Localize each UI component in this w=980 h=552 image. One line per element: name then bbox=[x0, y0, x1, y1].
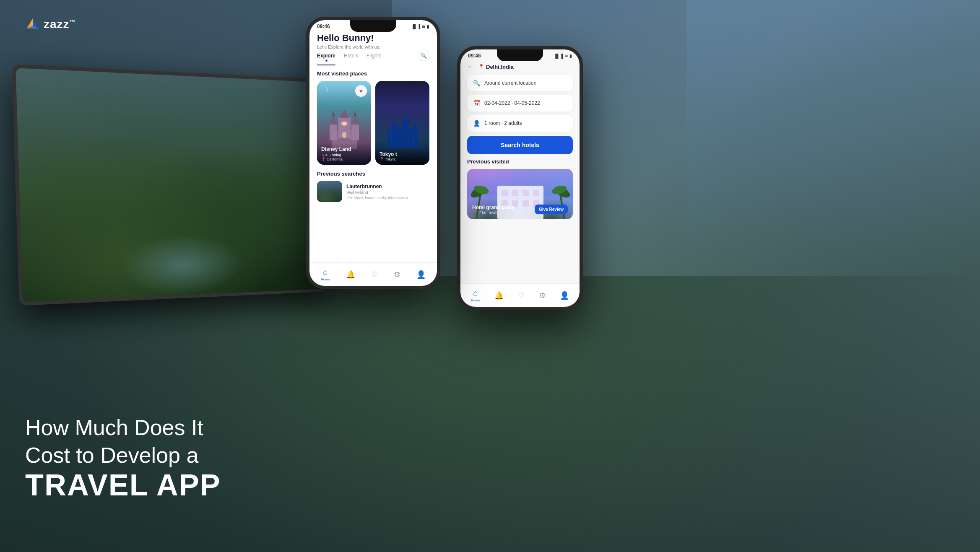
date-option-text: 02-04-2022 · 04-05-2022 bbox=[484, 100, 540, 106]
phone1-bottom-nav: ⌂ Home 🔔 ♡ ⚙ 👤 bbox=[309, 262, 437, 286]
tokyo-card[interactable]: Tokyo t 📍 Tokyo, bbox=[375, 81, 429, 165]
wifi-icon: ≋ bbox=[422, 24, 425, 29]
p2-bell-icon: 🔔 bbox=[494, 291, 504, 300]
svg-marker-7 bbox=[330, 117, 337, 124]
headline-line3: TRAVEL APP bbox=[25, 469, 221, 502]
person-icon: 👤 bbox=[416, 270, 426, 279]
tab-flights[interactable]: Flights bbox=[367, 53, 381, 65]
tab-hotels[interactable]: Hotels bbox=[344, 53, 358, 65]
svg-rect-22 bbox=[512, 190, 518, 196]
search-desc: 25+ hotels found nearby this location bbox=[346, 196, 429, 200]
visited-hotel-info: Hotel grand place 📍 2 km away bbox=[472, 205, 515, 215]
disney-location: 📍 California bbox=[321, 157, 367, 161]
headline-line1: How Much Does It bbox=[25, 415, 221, 441]
p2-nav-profile[interactable]: 👤 bbox=[560, 291, 569, 300]
prev-searches-title: Previous searches bbox=[309, 171, 437, 177]
search-country: Switzerland bbox=[346, 190, 429, 195]
most-visited-title: Most visited places bbox=[309, 70, 437, 77]
disney-name: Disney Land bbox=[321, 146, 367, 152]
svg-rect-6 bbox=[330, 124, 337, 140]
nav-favorites[interactable]: ♡ bbox=[371, 270, 378, 279]
search-option-icon: 🔍 bbox=[473, 80, 480, 86]
svg-marker-10 bbox=[332, 111, 335, 117]
search-thumb bbox=[317, 181, 342, 202]
p2-heart-icon: ♡ bbox=[518, 291, 525, 300]
calendar-icon: 📅 bbox=[473, 100, 480, 106]
background-mountains-right bbox=[686, 0, 980, 251]
p2-person-icon: 👤 bbox=[560, 291, 569, 300]
date-option[interactable]: 📅 02-04-2022 · 04-05-2022 bbox=[467, 95, 573, 111]
location-text: Delhi,India bbox=[486, 64, 514, 70]
svg-rect-21 bbox=[502, 190, 508, 196]
phone1-mockup: 09:46 ▐▌▐ ≋ ▮ Hello Bunny! Let's Explore… bbox=[306, 17, 440, 289]
prev-search-item[interactable]: Lauterbrunnen Switzerland 25+ hotels fou… bbox=[309, 181, 437, 202]
svg-rect-23 bbox=[522, 190, 529, 196]
search-info: Lauterbrunnen Switzerland 25+ hotels fou… bbox=[346, 184, 429, 200]
pin-icon-tokyo: 📍 bbox=[380, 157, 384, 161]
hotel-name: Hotel grand place bbox=[472, 205, 515, 210]
battery-icon-p2: ▮ bbox=[569, 54, 572, 58]
phone1-header: Hello Bunny! Let's Explore the world wit… bbox=[309, 31, 437, 53]
search-name: Lauterbrunnen bbox=[346, 184, 429, 189]
nav-notifications[interactable]: 🔔 bbox=[346, 270, 355, 279]
nav-settings[interactable]: ⚙ bbox=[394, 270, 400, 279]
search-hotels-button[interactable]: Search hotels bbox=[467, 136, 573, 154]
hotel-distance: 📍 2 km away bbox=[472, 210, 515, 215]
tab-explore[interactable]: Explore bbox=[317, 53, 335, 65]
visited-hotel-card[interactable]: Hotel grand place 📍 2 km away Give Revie… bbox=[467, 169, 573, 219]
location-display: 📍 Delhi,India bbox=[478, 64, 514, 70]
room-option[interactable]: 👤 1 room · 2 adults bbox=[467, 115, 573, 132]
svg-rect-13 bbox=[342, 132, 346, 138]
logo-text: zazz™ bbox=[44, 18, 76, 31]
svg-rect-12 bbox=[341, 122, 347, 126]
signal-icon-p2: ▐▌▐ bbox=[554, 54, 563, 58]
tokyo-location: 📍 Tokyo, bbox=[380, 157, 425, 161]
svg-rect-27 bbox=[522, 200, 529, 207]
phone2-time: 09:46 bbox=[468, 53, 481, 59]
room-option-text: 1 room · 2 adults bbox=[484, 120, 522, 126]
gear-icon: ⚙ bbox=[394, 270, 400, 279]
heart-icon: ♡ bbox=[371, 270, 378, 279]
nav-home[interactable]: ⌂ Home bbox=[321, 268, 330, 281]
pin-icon: 📍 bbox=[321, 157, 326, 161]
disney-rating: ☆ 4.5 rating bbox=[321, 153, 367, 157]
svg-rect-24 bbox=[533, 190, 539, 196]
favorite-icon[interactable]: ♥ bbox=[355, 85, 367, 97]
tokyo-name: Tokyo t bbox=[380, 151, 425, 157]
wifi-icon-p2: ≋ bbox=[564, 54, 568, 58]
back-button[interactable]: ← bbox=[467, 63, 474, 70]
p2-nav-home[interactable]: ⌂ Home bbox=[471, 289, 480, 302]
p2-gear-icon: ⚙ bbox=[539, 291, 546, 300]
search-icon-button[interactable]: 🔍 bbox=[418, 49, 429, 61]
phone1-notch bbox=[350, 20, 396, 32]
svg-marker-5 bbox=[339, 110, 349, 118]
location-option[interactable]: 🔍 Around current location bbox=[467, 75, 573, 91]
p2-nav-settings[interactable]: ⚙ bbox=[539, 291, 546, 300]
p2-nav-favorites[interactable]: ♡ bbox=[518, 291, 525, 300]
location-pin-icon: 📍 bbox=[478, 64, 484, 70]
disney-land-card[interactable]: ☽ ♥ bbox=[317, 81, 371, 165]
moon-icon: ☽ bbox=[323, 86, 329, 94]
star-icon: ☆ bbox=[321, 153, 325, 157]
phone2-notch bbox=[497, 49, 543, 61]
tokyo-buildings bbox=[387, 119, 418, 148]
signal-icon: ▐▌▐ bbox=[411, 24, 420, 29]
p2-nav-notifications[interactable]: 🔔 bbox=[494, 291, 504, 300]
svg-rect-8 bbox=[351, 124, 359, 140]
phone1-status-icons: ▐▌▐ ≋ ▮ bbox=[411, 24, 429, 29]
prev-visited-title: Previous visited bbox=[460, 158, 580, 165]
tokyo-card-info: Tokyo t 📍 Tokyo, bbox=[375, 148, 429, 165]
tablet-mockup bbox=[12, 64, 338, 306]
disney-card-info: Disney Land ☆ 4.5 rating 📍 California bbox=[317, 143, 371, 165]
logo-area: zazz™ bbox=[25, 17, 76, 32]
svg-marker-11 bbox=[354, 111, 357, 117]
bell-icon: 🔔 bbox=[346, 270, 355, 279]
p2-home-icon: ⌂ bbox=[473, 289, 478, 298]
p2-home-label: Home bbox=[471, 298, 480, 302]
phone2-status-icons: ▐▌▐ ≋ ▮ bbox=[554, 54, 572, 58]
give-review-button[interactable]: Give Review bbox=[535, 205, 568, 214]
phone1-time: 09:46 bbox=[317, 23, 330, 29]
headline-area: How Much Does It Cost to Develop a TRAVE… bbox=[25, 415, 221, 502]
nav-profile[interactable]: 👤 bbox=[416, 270, 426, 279]
person-option-icon: 👤 bbox=[473, 120, 480, 127]
